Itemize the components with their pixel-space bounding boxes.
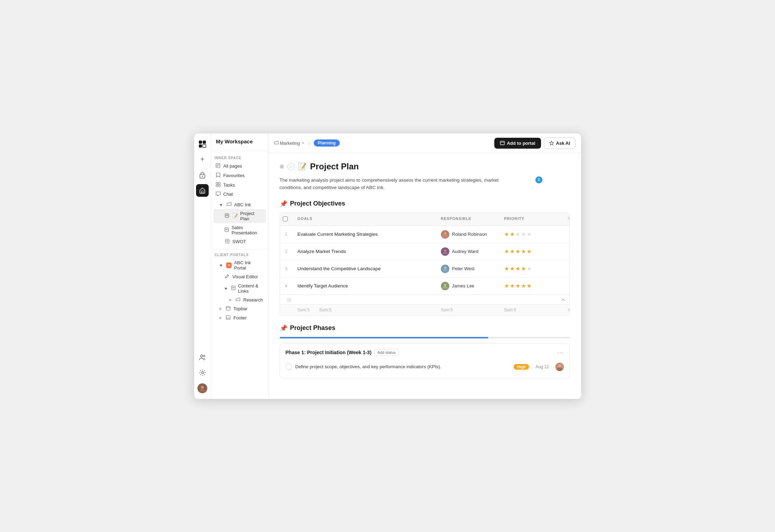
planning-tag[interactable]: Planning bbox=[314, 140, 340, 147]
sidebar-item-chat[interactable]: Chat bbox=[213, 190, 266, 199]
stars-row4: ★ ★ ★ ★ ★ bbox=[504, 283, 558, 289]
task-text: Define project scope, objectives, and ke… bbox=[295, 364, 510, 369]
sum-empty bbox=[280, 305, 293, 316]
sidebar-item-favourites[interactable]: Favourites bbox=[213, 171, 266, 180]
doc-icon bbox=[224, 213, 230, 219]
svg-point-5 bbox=[202, 176, 203, 177]
svg-rect-35 bbox=[500, 141, 504, 145]
content-area: ☺ 📝 Project Plan The marketing analysis … bbox=[268, 153, 581, 399]
phase1-more-icon[interactable]: ⋯ bbox=[557, 349, 564, 356]
svg-rect-0 bbox=[199, 141, 202, 144]
phase1-title: Phase 1: Project Initiation (Week 1-3) bbox=[286, 350, 372, 355]
add-row-area bbox=[280, 295, 569, 304]
svg-rect-31 bbox=[226, 306, 230, 310]
status-circle[interactable]: ☺ bbox=[287, 163, 294, 170]
table-row: 4 Identify Target Audience James Lee ★ ★… bbox=[280, 278, 569, 295]
comment-count-badge[interactable]: 3 bbox=[535, 176, 542, 183]
lock-icon[interactable] bbox=[196, 169, 209, 181]
sidebar-item-footer[interactable]: Footer bbox=[213, 313, 266, 323]
user-avatar[interactable] bbox=[196, 382, 209, 395]
chat-icon bbox=[215, 192, 221, 197]
svg-rect-17 bbox=[216, 185, 218, 187]
row-priority: ★ ★ ★ ★ ★ bbox=[499, 278, 562, 293]
row-number: 3 bbox=[280, 262, 293, 275]
tasks-icon bbox=[215, 182, 221, 188]
resp-avatar bbox=[441, 265, 449, 273]
row-priority: ★ ★ ★ ★ ★ bbox=[499, 244, 562, 259]
objectives-emoji: 📌 bbox=[280, 200, 287, 208]
sidebar-item-swot[interactable]: SWOT bbox=[213, 237, 266, 246]
topbar-label: Topbar bbox=[234, 306, 248, 311]
visual-editor-label: Visual Editor bbox=[233, 274, 258, 279]
sum-4: Sum:5 bbox=[499, 305, 562, 316]
people-icon[interactable] bbox=[196, 351, 209, 364]
svg-point-7 bbox=[201, 355, 203, 357]
sum-label-1: Sum:5 bbox=[298, 307, 310, 312]
sum-1: Sum:5 Sum:5 bbox=[293, 305, 436, 316]
svg-rect-15 bbox=[216, 182, 218, 184]
svg-rect-3 bbox=[203, 144, 206, 148]
table-header: GOALS RESPONSIBLE PRIORITY bbox=[280, 213, 569, 226]
portal-icon: H bbox=[226, 262, 232, 268]
triangle-right-icon3 bbox=[220, 315, 223, 320]
ask-ai-label: Ask AI bbox=[556, 141, 570, 146]
phases-emoji: 📌 bbox=[280, 324, 287, 332]
stars-row3: ★ ★ ★ ★ ★ bbox=[504, 265, 558, 272]
collapse-icon[interactable] bbox=[561, 298, 567, 302]
add-status-button[interactable]: Add status bbox=[374, 349, 399, 356]
add-icon[interactable]: + bbox=[196, 153, 209, 166]
task-avatar bbox=[555, 363, 564, 371]
sidebar-item-sales-presentation[interactable]: Sales Presentation bbox=[213, 223, 266, 237]
sidebar-item-content-links[interactable]: Content & Links bbox=[213, 281, 266, 296]
footer-label: Footer bbox=[234, 315, 247, 320]
sidebar-item-research[interactable]: Research bbox=[213, 296, 266, 304]
phase1-task: Define project scope, objectives, and ke… bbox=[286, 361, 564, 373]
svg-point-39 bbox=[444, 267, 446, 269]
task-checkbox[interactable] bbox=[286, 364, 292, 370]
task-date: Aug 12 bbox=[535, 364, 549, 369]
abc-ink-portal-label: ABC Ink Portal bbox=[234, 260, 263, 271]
add-row-icon[interactable] bbox=[283, 297, 295, 302]
chat-label: Chat bbox=[223, 192, 233, 197]
table-row: 2 Analyze Market Trends Audrey Ward ★ ★ … bbox=[280, 243, 569, 260]
settings-icon[interactable] bbox=[196, 366, 209, 379]
sidebar-item-project-plan[interactable]: 📝 Project Plan bbox=[213, 209, 266, 223]
inner-space-label: INNER SPACE bbox=[215, 156, 266, 160]
all-pages-label: All pages bbox=[223, 163, 242, 169]
add-to-portal-label: Add to portal bbox=[507, 141, 535, 146]
row-goal: Understand the Competitive Landscape bbox=[293, 262, 436, 275]
sidebar: My Workspace INNER SPACE All pages Favou… bbox=[211, 134, 268, 399]
col-responsible: RESPONSIBLE bbox=[436, 213, 499, 226]
row-priority: ★ ★ ★ ★ ★ bbox=[499, 227, 562, 242]
sidebar-item-visual-editor[interactable]: Visual Editor bbox=[213, 272, 266, 281]
add-to-portal-button[interactable]: Add to portal bbox=[494, 138, 541, 149]
row-number: 2 bbox=[280, 245, 293, 258]
sidebar-item-topbar[interactable]: Topbar bbox=[213, 304, 266, 313]
goals-table: GOALS RESPONSIBLE PRIORITY 1 Evaluate Cu… bbox=[280, 213, 570, 316]
objectives-section-title: 📌 Project Objectives bbox=[280, 200, 570, 208]
svg-rect-2 bbox=[199, 144, 202, 148]
sidebar-item-all-pages[interactable]: All pages bbox=[213, 161, 266, 171]
swot-label: SWOT bbox=[233, 239, 246, 244]
sidebar-item-tasks[interactable]: Tasks bbox=[213, 180, 266, 190]
project-plan-label: Project Plan bbox=[240, 211, 264, 221]
phases-section: 📌 Project Phases Phase 1: Project Initia… bbox=[280, 324, 570, 378]
footer-icon bbox=[226, 315, 231, 321]
svg-rect-1 bbox=[203, 141, 206, 144]
svg-rect-33 bbox=[226, 316, 230, 319]
table-sum-row: Sum:5 Sum:5 Sum:5 Sum:5 bbox=[280, 304, 569, 316]
home-icon[interactable] bbox=[196, 184, 209, 197]
phase1-header: Phase 1: Project Initiation (Week 1-3) A… bbox=[286, 349, 564, 356]
select-all-checkbox[interactable] bbox=[283, 216, 288, 221]
sidebar-item-abc-ink[interactable]: ABC Ink bbox=[213, 200, 266, 209]
abc-ink-label: ABC Ink bbox=[234, 202, 251, 207]
sidebar-item-abc-ink-portal[interactable]: H ABC Ink Portal bbox=[213, 258, 266, 272]
ask-ai-button[interactable]: Ask AI bbox=[544, 137, 575, 149]
breadcrumb-marketing[interactable]: Marketing bbox=[274, 141, 305, 146]
svg-point-45 bbox=[558, 364, 561, 367]
resp-name: James Lee bbox=[452, 283, 475, 288]
favourites-label: Favourites bbox=[223, 173, 245, 178]
stars-row2: ★ ★ ★ ★ ★ bbox=[504, 248, 558, 255]
logo-icon[interactable] bbox=[196, 138, 209, 150]
row-responsible: Audrey Ward bbox=[436, 243, 499, 260]
